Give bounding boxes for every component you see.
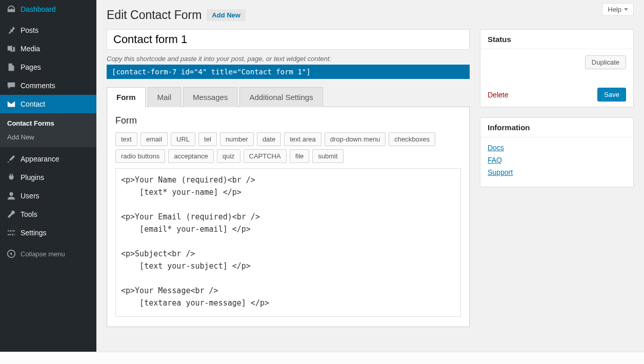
sidebar-item-label: Tools bbox=[21, 210, 37, 218]
info-link-faq[interactable]: FAQ bbox=[488, 156, 502, 164]
dashboard-icon bbox=[6, 4, 16, 14]
tag-button-acceptance[interactable]: acceptance bbox=[168, 149, 214, 163]
tag-button-radio-buttons[interactable]: radio buttons bbox=[115, 149, 165, 163]
sidebar-item-settings[interactable]: Settings bbox=[0, 224, 96, 242]
admin-sidebar: Dashboard Posts Media Pages Comments Con… bbox=[0, 0, 96, 352]
sidebar-item-users[interactable]: Users bbox=[0, 187, 96, 205]
sidebar-item-label: Plugins bbox=[21, 173, 44, 181]
delete-link[interactable]: Delete bbox=[488, 91, 508, 99]
chevron-down-icon bbox=[624, 8, 628, 11]
collapse-icon bbox=[6, 249, 16, 259]
main-content: Help Edit Contact FormAdd New Copy this … bbox=[96, 0, 644, 352]
sidebar-item-posts[interactable]: Posts bbox=[0, 21, 96, 39]
tag-button-text[interactable]: text bbox=[115, 132, 137, 146]
collapse-label: Collapse menu bbox=[21, 250, 65, 258]
status-heading: Status bbox=[480, 30, 633, 49]
status-box: Status Duplicate Delete Save bbox=[480, 29, 634, 107]
sidebar-submenu: Contact Forms Add New bbox=[0, 113, 96, 147]
help-button[interactable]: Help bbox=[602, 3, 634, 16]
wrench-icon bbox=[6, 209, 16, 219]
sub-item-add-new[interactable]: Add New bbox=[0, 130, 96, 144]
sidebar-item-appearance[interactable]: Appearance bbox=[0, 150, 96, 168]
sidebar-item-label: Contact bbox=[21, 100, 45, 108]
tag-button-number[interactable]: number bbox=[220, 132, 254, 146]
sub-item-contact-forms[interactable]: Contact Forms bbox=[0, 116, 96, 130]
user-icon bbox=[6, 191, 16, 201]
page-title: Edit Contact FormAdd New bbox=[107, 8, 634, 22]
sidebar-item-plugins[interactable]: Plugins bbox=[0, 168, 96, 187]
sidebar-item-label: Pages bbox=[21, 63, 41, 71]
sidebar-item-label: Media bbox=[21, 45, 40, 53]
plug-icon bbox=[6, 172, 16, 183]
panel-heading: Form bbox=[115, 115, 461, 126]
sidebar-item-contact[interactable]: Contact bbox=[0, 95, 96, 113]
form-panel: Form textemailURLtelnumberdatetext aread… bbox=[107, 107, 470, 327]
sidebar-item-label: Appearance bbox=[21, 155, 59, 163]
editor-tabs: Form Mail Messages Additional Settings bbox=[107, 87, 470, 107]
info-link-support[interactable]: Support bbox=[488, 168, 513, 176]
tag-button-file[interactable]: file bbox=[290, 149, 310, 163]
media-icon bbox=[6, 44, 16, 54]
sidebar-item-label: Settings bbox=[21, 229, 47, 237]
tag-button-CAPTCHA[interactable]: CAPTCHA bbox=[244, 149, 287, 163]
sliders-icon bbox=[6, 228, 16, 238]
pages-icon bbox=[6, 62, 16, 72]
tag-button-checkboxes[interactable]: checkboxes bbox=[389, 132, 435, 146]
tab-additional-settings[interactable]: Additional Settings bbox=[239, 87, 323, 107]
sidebar-item-media[interactable]: Media bbox=[0, 39, 96, 58]
sidebar-item-label: Dashboard bbox=[21, 5, 56, 13]
form-title-input[interactable] bbox=[107, 29, 470, 50]
form-code-textarea[interactable] bbox=[115, 168, 461, 317]
tag-button-URL[interactable]: URL bbox=[171, 132, 195, 146]
information-box: Information DocsFAQSupport bbox=[480, 117, 634, 187]
brush-icon bbox=[6, 154, 16, 164]
information-heading: Information bbox=[480, 118, 633, 137]
info-link-docs[interactable]: Docs bbox=[488, 144, 504, 152]
sidebar-item-dashboard[interactable]: Dashboard bbox=[0, 0, 96, 18]
add-new-button[interactable]: Add New bbox=[207, 9, 246, 21]
pin-icon bbox=[6, 25, 16, 35]
tag-button-tel[interactable]: tel bbox=[198, 132, 217, 146]
sidebar-item-tools[interactable]: Tools bbox=[0, 205, 96, 224]
tag-button-submit[interactable]: submit bbox=[312, 149, 343, 163]
comment-icon bbox=[6, 80, 16, 91]
sidebar-item-label: Users bbox=[21, 192, 39, 200]
tab-form[interactable]: Form bbox=[107, 87, 146, 107]
collapse-menu[interactable]: Collapse menu bbox=[0, 245, 96, 263]
sidebar-item-comments[interactable]: Comments bbox=[0, 76, 96, 95]
sidebar-item-label: Comments bbox=[21, 82, 55, 90]
mail-icon bbox=[6, 99, 16, 109]
tab-mail[interactable]: Mail bbox=[148, 87, 182, 107]
sidebar-item-label: Posts bbox=[21, 26, 38, 34]
tag-button-text-area[interactable]: text area bbox=[284, 132, 321, 146]
help-label: Help bbox=[608, 6, 621, 13]
shortcode-input[interactable] bbox=[107, 65, 470, 79]
duplicate-button[interactable]: Duplicate bbox=[585, 55, 626, 69]
tag-button-date[interactable]: date bbox=[257, 132, 281, 146]
shortcode-hint: Copy this shortcode and paste it into yo… bbox=[107, 55, 470, 63]
tag-button-email[interactable]: email bbox=[140, 132, 168, 146]
footer-bar bbox=[0, 352, 644, 364]
tag-button-drop-down-menu[interactable]: drop-down menu bbox=[325, 132, 386, 146]
save-button[interactable]: Save bbox=[597, 88, 626, 102]
tag-button-quiz[interactable]: quiz bbox=[217, 149, 240, 163]
sidebar-item-pages[interactable]: Pages bbox=[0, 58, 96, 76]
svg-point-0 bbox=[9, 192, 13, 196]
tab-messages[interactable]: Messages bbox=[183, 87, 237, 107]
